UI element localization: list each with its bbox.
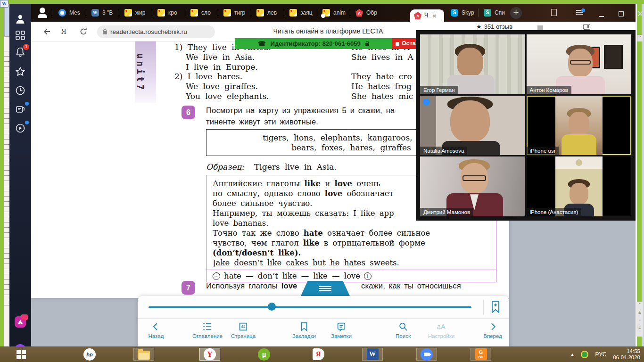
update-dot [581, 8, 585, 12]
reviews-count: 351 отзыв [484, 23, 512, 30]
tab-label: Ч [424, 12, 428, 19]
progress-slider-track[interactable] [149, 306, 471, 308]
close-button[interactable]: × [636, 8, 644, 18]
browser-menu-icon[interactable] [576, 10, 583, 16]
phone-icon: ☎ [258, 40, 265, 47]
grammar-line: Точно так же слово hate означает более с… [213, 228, 490, 238]
tab-label: Обр [366, 9, 377, 16]
favorites-star-icon[interactable] [15, 66, 26, 77]
grammar-line: (don’t/doesn’t like). [213, 248, 490, 258]
yandex-collections-icon[interactable] [15, 316, 26, 328]
image-icon [124, 9, 132, 16]
tab-vk[interactable]: 3 "В [87, 4, 120, 22]
screenshare-border-top [0, 0, 644, 4]
reader-forward-button[interactable]: Вперед [483, 321, 502, 339]
tab-image-lion[interactable]: лев [252, 4, 285, 22]
browser-profile-icon[interactable] [38, 8, 47, 18]
tab-lecta-reader-active[interactable]: Ч × [410, 9, 444, 22]
tab-image-crocodile[interactable]: кро [153, 4, 186, 22]
refresh-icon[interactable] [79, 22, 88, 41]
textbook-sentence: You love elephants. [186, 91, 269, 101]
toolbar-drag-handle[interactable] [301, 281, 350, 296]
taskbar-foxit-icon[interactable]: GPDF [471, 348, 491, 361]
maximize-button[interactable] [619, 11, 624, 16]
image-icon [223, 9, 231, 16]
sidebar-panel-icon[interactable] [583, 24, 590, 30]
taskbar-word-icon[interactable]: W [362, 348, 383, 361]
scroll-up-arrow[interactable]: ˄ [637, 35, 643, 41]
participant-video[interactable]: Антон Комаров [527, 34, 632, 94]
tab-image-tiger[interactable]: тигр [219, 4, 252, 22]
reader-toc-button[interactable]: Оглавление [192, 321, 223, 339]
taskbar-utorrent-icon[interactable]: µ [254, 348, 274, 361]
tray-expand-icon[interactable]: ▲ [570, 352, 574, 357]
exercise-6-text: Посмотри на карту из упражнения 5 и скаж… [206, 105, 395, 127]
profile-avatar-icon[interactable] [15, 13, 26, 25]
exercise-7-fragment: Используя глаголы love [206, 280, 297, 291]
reader-settings-button[interactable]: aA Настройки [428, 321, 454, 339]
add-bookmark-icon[interactable] [490, 300, 501, 315]
s-app-icon [484, 9, 491, 16]
bookmarks-panel-icon[interactable] [551, 9, 557, 16]
taskbar-zoom-icon[interactable] [416, 348, 437, 361]
tab-label: Mes [69, 9, 80, 16]
reader-bookmarks-button[interactable]: Закладки [292, 321, 316, 339]
participant-name: Дмитрий Мамонов [420, 208, 473, 216]
skype-icon [451, 9, 458, 16]
clock[interactable]: 14:55 06.04.2020 [613, 348, 640, 361]
extension-icon[interactable] [537, 25, 543, 30]
tab-lecta-obr[interactable]: Обр [351, 4, 384, 22]
back-arrow-icon[interactable] [41, 22, 51, 41]
time: 14:55 [613, 348, 640, 354]
textbook-sentence: We live in Asia. [186, 52, 255, 62]
taskbar-explorer-icon[interactable] [133, 348, 154, 361]
history-clock-icon[interactable] [15, 85, 26, 96]
tab-close-icon[interactable]: × [432, 12, 437, 19]
participant-video[interactable]: Дмитрий Мамонов [420, 156, 525, 216]
start-button[interactable] [11, 348, 32, 361]
image-icon [190, 9, 198, 16]
tab-image-hare[interactable]: заяц [285, 4, 318, 22]
tableau-grid-icon[interactable] [15, 30, 25, 41]
tray-antivirus-icon[interactable] [581, 351, 588, 358]
minimize-button[interactable] [599, 16, 604, 17]
page-title: Читать онлайн в платформе LECTA [220, 27, 437, 35]
video-play-icon[interactable] [15, 123, 26, 134]
tab-image-giraffe[interactable]: жир [120, 4, 153, 22]
taskbar-hp-icon[interactable]: hp [79, 348, 100, 361]
tab-s-app[interactable]: Спи [479, 4, 512, 22]
word-page-buttons[interactable]: ˅±◦∓ [636, 302, 643, 337]
video-conference-panel: Егор Герман Антон Комаров Natalia Amosov… [416, 30, 636, 221]
tab-image-animals[interactable]: anim [318, 4, 351, 22]
participant-video[interactable]: iPhone (Анастасия) [527, 156, 632, 216]
new-tab-button[interactable]: + [510, 7, 522, 19]
reader-page-button[interactable]: 44 Страница [231, 321, 256, 339]
participant-name: Егор Герман [420, 86, 458, 94]
url-text: reader.lecta.rosuchebnik.ru [110, 28, 187, 35]
language-indicator[interactable]: РУС [595, 351, 606, 358]
new-content-dot [25, 102, 29, 106]
participant-video-active-speaker[interactable]: iPhone usr [527, 96, 632, 156]
windows-logo-icon [17, 350, 26, 359]
participant-video[interactable]: Natalia Amosova [420, 96, 525, 156]
tab-messenger[interactable]: Mes [54, 4, 87, 22]
participant-name: iPhone usr [527, 147, 559, 155]
tab-label: жир [135, 9, 145, 16]
address-bar[interactable]: reader.lecta.rosuchebnik.ru [97, 25, 215, 38]
textbook-sentence: They hate cro [351, 72, 412, 82]
tab-image-elephant[interactable]: сло [186, 4, 219, 22]
reader-notes-button[interactable]: Заметки [331, 321, 352, 339]
progress-slider-knob[interactable] [268, 303, 276, 311]
collections-pages-icon[interactable] [15, 104, 26, 115]
yandex-home-icon[interactable]: Я [61, 22, 66, 41]
reader-search-button[interactable]: Поиск [396, 321, 411, 339]
notifications-bell-icon[interactable]: 1 [15, 46, 26, 58]
reviews-counter[interactable]: ★ 351 отзыв [476, 23, 512, 30]
taskbar-yandex-app-icon[interactable]: Я [308, 348, 329, 361]
participant-video[interactable]: Егор Герман [420, 34, 525, 94]
stop-share-button[interactable]: Остановить дем [392, 38, 419, 49]
taskbar-yandex-browser-icon[interactable]: Y [199, 348, 220, 361]
grammar-line: чувство, чем глагол like в отрицательной… [213, 238, 490, 248]
reader-back-button[interactable]: Назад [149, 321, 164, 339]
tab-skype[interactable]: Skyp [446, 4, 479, 22]
